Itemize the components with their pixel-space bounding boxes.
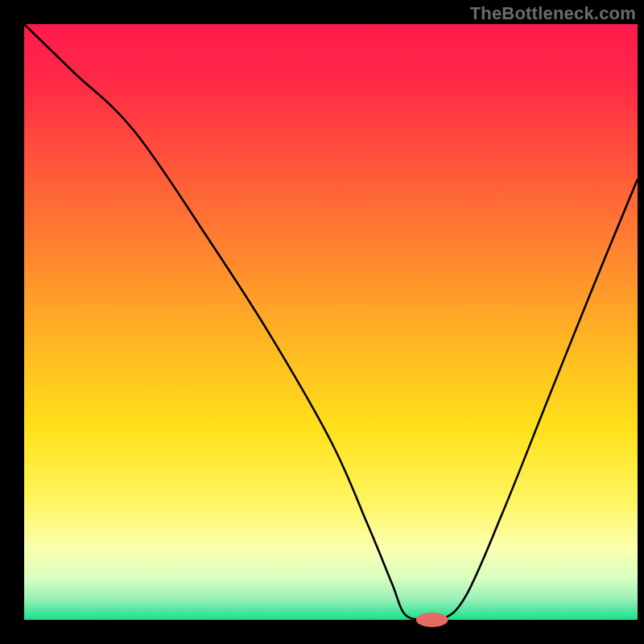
plot-background (24, 24, 638, 620)
bottleneck-chart: TheBottleneck.com (0, 0, 644, 644)
watermark-text: TheBottleneck.com (470, 3, 636, 24)
plot-svg (0, 0, 644, 644)
optimal-point-marker (416, 613, 448, 627)
